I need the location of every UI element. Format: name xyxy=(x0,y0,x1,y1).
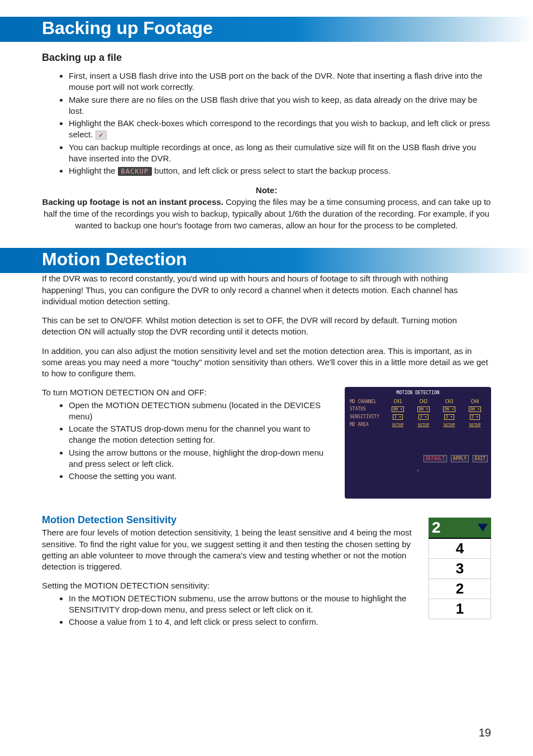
motion-detection-screenshot: MOTION DETECTION MD CHANNEL CH1 CH2 CH3 … xyxy=(345,387,491,499)
chevron-down-icon xyxy=(478,524,488,532)
list-item: Locate the STATUS drop-down menu for the… xyxy=(69,423,336,446)
screenshot-button-row: DEFAULT APPLY EXIT xyxy=(348,456,488,462)
sensitivity-dropdown: 2 ▾ xyxy=(470,414,480,420)
sensitivity-dropdown-figure: 2 4 3 2 1 xyxy=(429,518,491,619)
list-item: Open the MOTION DETECTION submenu (locat… xyxy=(69,400,336,423)
status-dropdown: ON ▾ xyxy=(443,406,456,412)
sensitivity-dropdown: 2 ▾ xyxy=(444,414,455,420)
note-label: Note: xyxy=(42,184,491,196)
sensitivity-dropdown: 2 ▾ xyxy=(393,414,403,420)
list-item: Choose a value from 1 to 4, and left cli… xyxy=(69,616,491,628)
sensitivity-option: 3 xyxy=(429,559,491,579)
subheading-backup-file: Backing up a file xyxy=(42,52,491,64)
section-header-motion: Motion Detection xyxy=(0,248,533,273)
apply-button: APPLY xyxy=(451,455,469,462)
sensitivity-steps-list: In the MOTION DETECTION submenu, use the… xyxy=(42,593,491,628)
backup-button-icon: BACKUP xyxy=(118,167,152,176)
page-number: 19 xyxy=(479,726,491,739)
setup-link: SETUP xyxy=(417,423,429,427)
sensitivity-selected: 2 xyxy=(429,518,491,539)
list-item: Choose the setting you want. xyxy=(69,471,336,482)
list-item: Highlight the BACKUP button, and left cl… xyxy=(69,165,491,176)
row-label: MD CHANNEL xyxy=(348,398,385,406)
list-item-text-post: button, and left click or press select t… xyxy=(154,166,391,175)
backup-instruction-list: First, insert a USB flash drive into the… xyxy=(42,70,491,176)
exit-button: EXIT xyxy=(473,455,488,462)
paragraph: Setting the MOTION DETECTION sensitivity… xyxy=(42,580,491,591)
row-label: STATUS xyxy=(348,405,385,413)
list-item: Highlight the BAK check-boxes which corr… xyxy=(69,118,491,141)
paragraph: In addition, you can also adjust the mot… xyxy=(42,346,491,380)
col-header: CH4 xyxy=(462,398,488,406)
status-dropdown: ON ▾ xyxy=(392,406,404,412)
col-header: CH1 xyxy=(385,398,411,406)
col-header: CH2 xyxy=(411,398,436,406)
subheading-sensitivity: Motion Detection Sensitivity xyxy=(42,514,491,526)
screenshot-title: MOTION DETECTION xyxy=(348,390,488,396)
sensitivity-option: 2 xyxy=(429,579,491,599)
list-item-text-pre: Highlight the xyxy=(69,166,118,175)
status-dropdown: ON ▾ xyxy=(417,406,430,412)
row-label: MD AREA xyxy=(348,421,385,429)
list-item: You can backup multiple recordings at on… xyxy=(69,142,491,165)
list-item: Using the arrow buttons or the mouse, hi… xyxy=(69,447,336,470)
list-item: First, insert a USB flash drive into the… xyxy=(69,70,491,93)
note-block: Note: Backing up footage is not an insta… xyxy=(42,184,491,231)
sensitivity-selected-value: 2 xyxy=(432,519,441,537)
note-strong: Backing up footage is not an instant pro… xyxy=(42,197,223,207)
section-header-backup: Backing up Footage xyxy=(0,17,533,42)
list-item: Make sure there are no files on the USB … xyxy=(69,94,491,117)
setup-link: SETUP xyxy=(469,423,480,427)
sensitivity-option: 1 xyxy=(429,599,491,619)
motion-steps-list: Open the MOTION DETECTION submenu (locat… xyxy=(42,400,336,482)
row-label: SENSITIVITY xyxy=(348,413,385,421)
list-item-text: Highlight the BAK check-boxes which corr… xyxy=(69,118,490,139)
list-item: In the MOTION DETECTION submenu, use the… xyxy=(69,593,491,616)
paragraph: There are four levels of motion detectio… xyxy=(42,527,491,572)
setup-link: SETUP xyxy=(392,423,403,427)
col-header: CH3 xyxy=(436,398,462,406)
paragraph: If the DVR was to record constantly, you… xyxy=(42,273,491,307)
default-button: DEFAULT xyxy=(423,455,447,462)
setup-link: SETUP xyxy=(443,423,455,427)
sensitivity-dropdown: 2 ▾ xyxy=(418,414,429,420)
sensitivity-option: 4 xyxy=(429,539,491,559)
screenshot-table: MD CHANNEL CH1 CH2 CH3 CH4 STATUS ON ▾ O… xyxy=(348,398,488,428)
mouse-cursor-icon: ↖ xyxy=(348,467,488,473)
status-dropdown: ON ▾ xyxy=(469,406,482,412)
paragraph: This can be set to ON/OFF. Whilst motion… xyxy=(42,315,491,338)
paragraph: To turn MOTION DETECTION ON and OFF: xyxy=(42,387,336,398)
checkbox-icon: ✓ xyxy=(96,131,107,140)
